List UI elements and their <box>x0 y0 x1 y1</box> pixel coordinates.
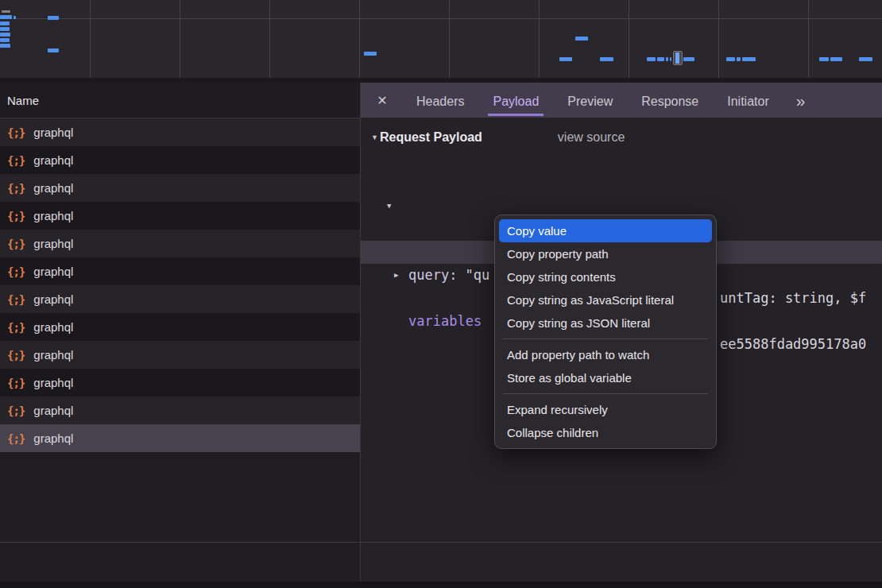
waterfall-request-bar <box>742 57 756 61</box>
waterfall-gridline <box>269 0 270 78</box>
view-source-link[interactable]: view source <box>558 130 625 145</box>
request-name-label: graphql <box>33 431 73 445</box>
waterfall-request-bar <box>726 57 735 61</box>
bottom-strip <box>0 582 882 588</box>
waterfall-request-bar <box>830 57 842 61</box>
waterfall-request-bar <box>0 38 10 42</box>
waterfall-gridline <box>718 0 719 78</box>
json-icon: {;} <box>7 293 25 306</box>
request-name-label: graphql <box>33 126 73 139</box>
waterfall-request-bar <box>819 57 829 61</box>
column-header-name-label: Name <box>7 94 39 107</box>
triangle-down-icon[interactable]: ▼ <box>387 195 391 218</box>
request-name-label: graphql <box>33 292 73 306</box>
menu-item-copy-string-as-json-literal[interactable]: Copy string as JSON literal <box>495 311 716 335</box>
menu-item-add-property-path-to-watch[interactable]: Add property path to watch <box>495 343 716 366</box>
waterfall-request-bar <box>14 16 16 19</box>
request-row[interactable]: {;}graphql <box>0 369 360 397</box>
request-name-label: graphql <box>33 265 73 278</box>
request-name-label: graphql <box>33 209 73 222</box>
network-overview-waterfall[interactable] <box>0 0 882 83</box>
waterfall-gridline <box>90 0 91 78</box>
detail-tabbar: ✕ HeadersPayloadPreviewResponseInitiator… <box>361 83 882 118</box>
waterfall-request-bar <box>647 57 656 61</box>
request-name-label: graphql <box>33 237 73 250</box>
menu-item-copy-string-contents[interactable]: Copy string contents <box>495 265 716 288</box>
request-row[interactable]: {;}graphql <box>0 202 360 230</box>
json-icon: {;} <box>7 377 25 389</box>
request-row[interactable]: {;}graphql <box>0 285 360 313</box>
waterfall-bar-gray <box>2 10 10 13</box>
tab-initiator[interactable]: Initiator <box>722 85 773 116</box>
tab-response[interactable]: Response <box>636 85 703 116</box>
menu-item-store-as-global-variable[interactable]: Store as global variable <box>495 366 716 389</box>
waterfall-request-bar <box>48 16 59 20</box>
request-row[interactable]: {;}graphql <box>0 174 360 202</box>
requests-table: Name {;}graphql{;}graphql{;}graphql{;}gr… <box>0 83 360 588</box>
property-key: variables <box>408 313 482 329</box>
menu-item-copy-property-path[interactable]: Copy property path <box>495 242 716 265</box>
menu-item-collapse-children[interactable]: Collapse children <box>495 421 716 444</box>
tab-payload[interactable]: Payload <box>488 85 544 116</box>
request-name-label: graphql <box>33 181 73 195</box>
json-icon: {;} <box>7 126 25 139</box>
detail-tabs: HeadersPayloadPreviewResponseInitiator <box>412 85 774 116</box>
request-payload-section-header[interactable]: ▼ Request Payload view source <box>371 130 625 145</box>
request-row[interactable]: {;}graphql <box>0 424 360 452</box>
request-rows: {;}graphql{;}graphql{;}graphql{;}graphql… <box>0 118 360 452</box>
menu-separator <box>503 393 708 394</box>
waterfall-request-bar <box>575 37 588 41</box>
json-icon: {;} <box>7 404 25 417</box>
column-header-name[interactable]: Name <box>0 83 360 118</box>
waterfall-request-bar <box>0 21 10 25</box>
json-icon: {;} <box>7 349 25 362</box>
section-title: Request Payload <box>380 130 482 145</box>
waterfall-selection-tick <box>675 52 679 64</box>
waterfall-request-bar <box>737 57 741 61</box>
waterfall-gridline <box>539 0 540 78</box>
waterfall-request-bar <box>0 33 10 37</box>
devtools-network-panel: Name {;}graphql{;}graphql{;}graphql{;}gr… <box>0 0 882 588</box>
request-row[interactable]: {;}graphql <box>0 118 360 146</box>
waterfall-request-bar <box>0 44 10 48</box>
request-name-label: graphql <box>33 376 73 389</box>
request-row[interactable]: {;}graphql <box>0 257 360 285</box>
menu-separator <box>503 338 708 339</box>
waterfall-request-bar <box>364 52 377 56</box>
property-value-right: untTag: string, $f <box>720 287 866 310</box>
request-name-label: graphql <box>33 404 73 417</box>
json-icon: {;} <box>7 154 25 167</box>
json-icon: {;} <box>7 182 25 195</box>
request-row[interactable]: {;}graphql <box>0 341 360 369</box>
json-icon: {;} <box>7 265 25 278</box>
request-name-label: graphql <box>33 320 73 334</box>
waterfall-request-bar <box>559 57 572 61</box>
tab-headers[interactable]: Headers <box>412 85 469 116</box>
waterfall-gridline <box>449 0 450 78</box>
request-name-label: graphql <box>33 153 73 167</box>
menu-item-expand-recursively[interactable]: Expand recursively <box>495 398 716 421</box>
footer-divider <box>0 542 882 543</box>
triangle-right-icon[interactable]: ▶ <box>394 264 398 287</box>
waterfall-request-bar <box>657 57 664 61</box>
menu-item-copy-string-as-javascript-literal[interactable]: Copy string as JavaScript literal <box>495 288 716 311</box>
waterfall-hairline <box>0 18 882 19</box>
waterfall-gridline <box>359 0 360 78</box>
close-icon[interactable]: ✕ <box>373 93 391 108</box>
waterfall-request-bar <box>666 57 668 61</box>
request-name-label: graphql <box>33 348 73 362</box>
more-tabs-icon[interactable]: » <box>796 92 806 109</box>
json-icon: {;} <box>7 238 25 250</box>
json-icon: {;} <box>7 210 25 222</box>
waterfall-gridline <box>629 0 629 78</box>
request-row[interactable]: {;}graphql <box>0 397 360 424</box>
menu-item-copy-value[interactable]: Copy value <box>499 219 712 242</box>
waterfall-request-bar <box>859 57 872 61</box>
request-row[interactable]: {;}graphql <box>0 146 360 174</box>
request-row[interactable]: {;}graphql <box>0 230 360 257</box>
json-icon: {;} <box>7 432 25 445</box>
waterfall-gridline <box>808 0 809 78</box>
tab-preview[interactable]: Preview <box>563 85 617 116</box>
waterfall-request-bar <box>0 27 10 31</box>
request-row[interactable]: {;}graphql <box>0 313 360 341</box>
